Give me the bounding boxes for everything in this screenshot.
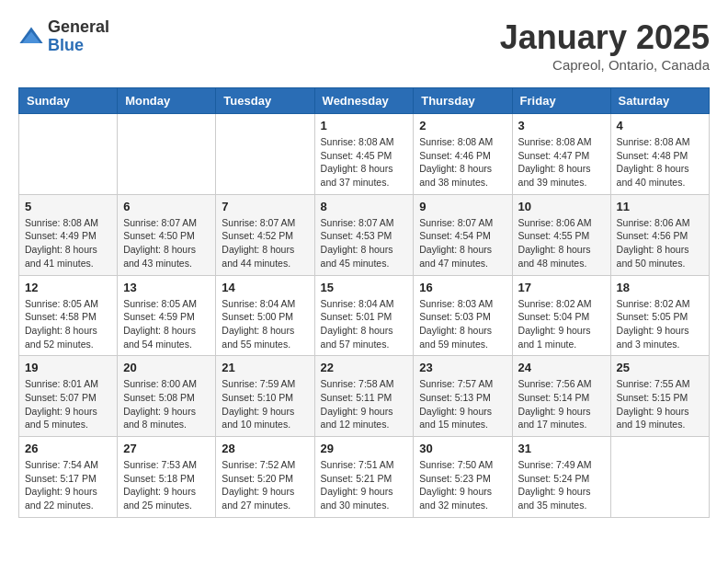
day-number: 6	[123, 200, 210, 213]
day-info: Sunrise: 8:02 AM Sunset: 5:04 PM Dayligh…	[518, 297, 605, 351]
weekday-header-thursday: Thursday	[414, 88, 512, 114]
month-title: January 2025	[500, 18, 710, 57]
day-info: Sunrise: 7:54 AM Sunset: 5:17 PM Dayligh…	[25, 458, 111, 512]
day-number: 1	[321, 119, 408, 132]
calendar-cell: 17Sunrise: 8:02 AM Sunset: 5:04 PM Dayli…	[512, 275, 610, 356]
calendar-cell: 20Sunrise: 8:00 AM Sunset: 5:08 PM Dayli…	[118, 356, 216, 437]
day-number: 17	[518, 281, 605, 294]
calendar-cell	[216, 114, 314, 195]
calendar-cell: 25Sunrise: 7:55 AM Sunset: 5:15 PM Dayli…	[610, 356, 709, 437]
day-number: 10	[518, 200, 605, 213]
day-info: Sunrise: 8:06 AM Sunset: 4:55 PM Dayligh…	[518, 216, 605, 270]
day-info: Sunrise: 8:06 AM Sunset: 4:56 PM Dayligh…	[617, 216, 703, 270]
calendar-cell	[118, 114, 216, 195]
calendar-cell	[19, 114, 118, 195]
day-info: Sunrise: 8:05 AM Sunset: 4:59 PM Dayligh…	[123, 297, 210, 351]
day-info: Sunrise: 7:49 AM Sunset: 5:24 PM Dayligh…	[518, 458, 605, 512]
day-info: Sunrise: 8:07 AM Sunset: 4:52 PM Dayligh…	[222, 216, 308, 270]
calendar-week-row: 26Sunrise: 7:54 AM Sunset: 5:17 PM Dayli…	[19, 437, 710, 518]
logo-icon	[18, 24, 44, 50]
day-info: Sunrise: 8:08 AM Sunset: 4:48 PM Dayligh…	[617, 135, 703, 190]
day-info: Sunrise: 7:58 AM Sunset: 5:11 PM Dayligh…	[321, 377, 408, 431]
calendar-cell: 21Sunrise: 7:59 AM Sunset: 5:10 PM Dayli…	[216, 356, 314, 437]
calendar-cell	[610, 437, 709, 518]
calendar-cell: 18Sunrise: 8:02 AM Sunset: 5:05 PM Dayli…	[610, 275, 709, 356]
day-number: 23	[419, 361, 506, 374]
day-number: 26	[25, 442, 111, 455]
day-info: Sunrise: 8:04 AM Sunset: 5:00 PM Dayligh…	[222, 297, 308, 351]
day-number: 31	[518, 442, 605, 455]
day-info: Sunrise: 8:05 AM Sunset: 4:58 PM Dayligh…	[25, 297, 111, 351]
weekday-header-tuesday: Tuesday	[216, 88, 314, 114]
calendar-cell: 16Sunrise: 8:03 AM Sunset: 5:03 PM Dayli…	[414, 275, 512, 356]
weekday-header-friday: Friday	[512, 88, 610, 114]
calendar-cell: 22Sunrise: 7:58 AM Sunset: 5:11 PM Dayli…	[314, 356, 414, 437]
day-number: 9	[419, 200, 506, 213]
calendar-cell: 7Sunrise: 8:07 AM Sunset: 4:52 PM Daylig…	[216, 194, 314, 275]
calendar-cell: 5Sunrise: 8:08 AM Sunset: 4:49 PM Daylig…	[19, 194, 118, 275]
day-info: Sunrise: 8:08 AM Sunset: 4:45 PM Dayligh…	[321, 135, 408, 190]
day-number: 25	[617, 361, 703, 374]
day-number: 19	[25, 361, 111, 374]
day-info: Sunrise: 7:53 AM Sunset: 5:18 PM Dayligh…	[123, 458, 210, 512]
weekday-header-monday: Monday	[118, 88, 216, 114]
day-number: 4	[617, 119, 703, 132]
day-number: 18	[617, 281, 703, 294]
day-info: Sunrise: 8:07 AM Sunset: 4:53 PM Dayligh…	[321, 216, 408, 270]
day-info: Sunrise: 8:01 AM Sunset: 5:07 PM Dayligh…	[25, 377, 111, 431]
calendar-table: SundayMondayTuesdayWednesdayThursdayFrid…	[18, 87, 710, 518]
day-number: 2	[419, 119, 506, 132]
page-header: General Blue January 2025 Capreol, Ontar…	[18, 18, 710, 73]
weekday-header-row: SundayMondayTuesdayWednesdayThursdayFrid…	[19, 88, 710, 114]
calendar-week-row: 19Sunrise: 8:01 AM Sunset: 5:07 PM Dayli…	[19, 356, 710, 437]
calendar-cell: 28Sunrise: 7:52 AM Sunset: 5:20 PM Dayli…	[216, 437, 314, 518]
day-number: 29	[321, 442, 408, 455]
day-info: Sunrise: 8:08 AM Sunset: 4:47 PM Dayligh…	[518, 135, 605, 190]
calendar-cell: 2Sunrise: 8:08 AM Sunset: 4:46 PM Daylig…	[414, 114, 512, 195]
day-number: 16	[419, 281, 506, 294]
day-number: 24	[518, 361, 605, 374]
day-info: Sunrise: 7:56 AM Sunset: 5:14 PM Dayligh…	[518, 377, 605, 431]
day-info: Sunrise: 8:07 AM Sunset: 4:54 PM Dayligh…	[419, 216, 506, 270]
day-number: 8	[321, 200, 408, 213]
calendar-cell: 19Sunrise: 8:01 AM Sunset: 5:07 PM Dayli…	[19, 356, 118, 437]
day-number: 27	[123, 442, 210, 455]
calendar-cell: 10Sunrise: 8:06 AM Sunset: 4:55 PM Dayli…	[512, 194, 610, 275]
calendar-cell: 13Sunrise: 8:05 AM Sunset: 4:59 PM Dayli…	[118, 275, 216, 356]
day-number: 14	[222, 281, 308, 294]
calendar-cell: 12Sunrise: 8:05 AM Sunset: 4:58 PM Dayli…	[19, 275, 118, 356]
calendar-cell: 11Sunrise: 8:06 AM Sunset: 4:56 PM Dayli…	[610, 194, 709, 275]
logo-text: General Blue	[48, 18, 109, 55]
calendar-cell: 26Sunrise: 7:54 AM Sunset: 5:17 PM Dayli…	[19, 437, 118, 518]
day-info: Sunrise: 7:57 AM Sunset: 5:13 PM Dayligh…	[419, 377, 506, 431]
day-info: Sunrise: 8:00 AM Sunset: 5:08 PM Dayligh…	[123, 377, 210, 431]
day-number: 22	[321, 361, 408, 374]
day-info: Sunrise: 7:51 AM Sunset: 5:21 PM Dayligh…	[321, 458, 408, 512]
day-number: 5	[25, 200, 111, 213]
day-info: Sunrise: 8:08 AM Sunset: 4:46 PM Dayligh…	[419, 135, 506, 190]
weekday-header-saturday: Saturday	[610, 88, 709, 114]
day-number: 7	[222, 200, 308, 213]
day-number: 3	[518, 119, 605, 132]
calendar-cell: 6Sunrise: 8:07 AM Sunset: 4:50 PM Daylig…	[118, 194, 216, 275]
day-number: 28	[222, 442, 308, 455]
logo-blue: Blue	[48, 37, 109, 55]
calendar-week-row: 1Sunrise: 8:08 AM Sunset: 4:45 PM Daylig…	[19, 114, 710, 195]
title-block: January 2025 Capreol, Ontario, Canada	[500, 18, 710, 73]
calendar-cell: 23Sunrise: 7:57 AM Sunset: 5:13 PM Dayli…	[414, 356, 512, 437]
day-info: Sunrise: 8:08 AM Sunset: 4:49 PM Dayligh…	[25, 216, 111, 270]
calendar-week-row: 5Sunrise: 8:08 AM Sunset: 4:49 PM Daylig…	[19, 194, 710, 275]
day-number: 12	[25, 281, 111, 294]
calendar-cell: 27Sunrise: 7:53 AM Sunset: 5:18 PM Dayli…	[118, 437, 216, 518]
day-info: Sunrise: 7:50 AM Sunset: 5:23 PM Dayligh…	[419, 458, 506, 512]
day-number: 30	[419, 442, 506, 455]
weekday-header-sunday: Sunday	[19, 88, 118, 114]
day-info: Sunrise: 7:55 AM Sunset: 5:15 PM Dayligh…	[617, 377, 703, 431]
logo-general: General	[48, 18, 109, 37]
calendar-cell: 15Sunrise: 8:04 AM Sunset: 5:01 PM Dayli…	[314, 275, 414, 356]
calendar-cell: 31Sunrise: 7:49 AM Sunset: 5:24 PM Dayli…	[512, 437, 610, 518]
calendar-cell: 24Sunrise: 7:56 AM Sunset: 5:14 PM Dayli…	[512, 356, 610, 437]
calendar-cell: 8Sunrise: 8:07 AM Sunset: 4:53 PM Daylig…	[314, 194, 414, 275]
day-info: Sunrise: 8:04 AM Sunset: 5:01 PM Dayligh…	[321, 297, 408, 351]
day-number: 15	[321, 281, 408, 294]
